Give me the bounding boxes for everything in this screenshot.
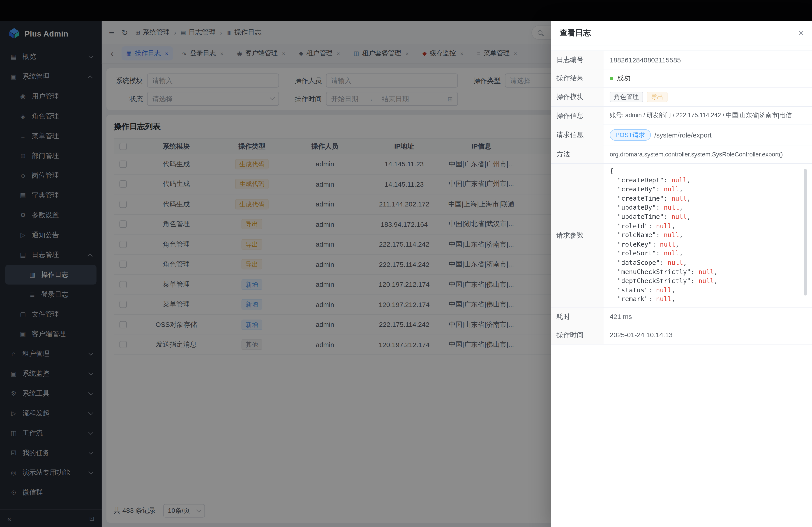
- json-line: "createTime": null,: [610, 194, 807, 204]
- info-text: 账号: admin / 研发部门 / 222.175.114.242 / 中国|…: [610, 111, 792, 120]
- json-null-value: null: [668, 259, 683, 266]
- result-text: 成功: [617, 74, 630, 83]
- json-key: "updateBy": [610, 204, 656, 211]
- json-null-value: null: [698, 277, 714, 284]
- log-id-value: 1882612840802115585: [603, 51, 812, 69]
- json-line: "remark": null,: [610, 295, 807, 304]
- json-null-value: null: [656, 286, 671, 294]
- json-null-value: null: [660, 241, 675, 248]
- duration-value: 421 ms: [603, 308, 812, 326]
- json-line: "deptCheckStrictly": null,: [610, 277, 807, 286]
- drawer-row-method: 方法 org.dromara.system.controller.system.…: [551, 146, 812, 164]
- json-null-value: null: [698, 268, 714, 275]
- json-null-value: null: [671, 177, 687, 184]
- json-line: "roleSort": null,: [610, 249, 807, 258]
- json-line: "menuCheckStrictly": null,: [610, 268, 807, 277]
- params-scrollbar[interactable]: [804, 169, 807, 295]
- params-code-block: { "createDept": null, "createBy": null, …: [610, 167, 807, 304]
- json-null-value: null: [664, 186, 679, 193]
- json-null-value: null: [671, 195, 687, 202]
- drawer-row-info: 操作信息 账号: admin / 研发部门 / 222.175.114.242 …: [551, 107, 812, 125]
- json-line: "roleName": null,: [610, 231, 807, 240]
- method-text: org.dromara.system.controller.system.Sys…: [610, 151, 783, 158]
- json-line: "dataScope": null,: [610, 258, 807, 268]
- json-key: "updateTime": [610, 213, 664, 221]
- module-value: 角色管理 导出: [603, 88, 812, 106]
- time-label: 操作时间: [551, 326, 603, 344]
- json-key: "roleName": [610, 231, 656, 239]
- params-label: 请求参数: [551, 164, 603, 307]
- json-key: "roleKey": [610, 241, 652, 248]
- module-label: 操作模块: [551, 88, 603, 106]
- json-null-value: null: [664, 204, 679, 211]
- request-url: /system/role/export: [654, 131, 712, 139]
- json-null-value: null: [656, 296, 671, 303]
- method-label: 方法: [551, 146, 603, 163]
- view-log-drawer: 查看日志 × 日志编号 1882612840802115585 操作结果 成功 …: [551, 21, 812, 527]
- drawer-row-params: 请求参数 { "createDept": null, "createBy": n…: [551, 164, 812, 308]
- success-dot-icon: [610, 76, 613, 80]
- result-label: 操作结果: [551, 70, 603, 87]
- json-key: "createDept": [610, 177, 664, 184]
- drawer-row-request: 请求信息 POST请求 /system/role/export: [551, 125, 812, 146]
- json-key: "dataScope": [610, 259, 660, 266]
- screen: Plus Admin ▦概览▣系统管理◉用户管理◈角色管理≡菜单管理⊞部门管理◇…: [0, 0, 812, 527]
- log-id-label: 日志编号: [551, 51, 603, 69]
- drawer-row-log-id: 日志编号 1882612840802115585: [551, 51, 812, 70]
- json-key: "menuCheckStrictly": [610, 268, 691, 275]
- post-request-tag: POST请求: [610, 129, 651, 141]
- close-icon[interactable]: ×: [798, 28, 804, 37]
- json-null-value: null: [671, 213, 687, 221]
- drawer-body: 日志编号 1882612840802115585 操作结果 成功 操作模块 角色…: [551, 45, 812, 527]
- module-action-tag: 导出: [647, 92, 667, 102]
- json-key: "status": [610, 286, 648, 294]
- drawer-row-module: 操作模块 角色管理 导出: [551, 88, 812, 107]
- json-line: "roleKey": null,: [610, 240, 807, 249]
- drawer-row-result: 操作结果 成功: [551, 70, 812, 88]
- request-label: 请求信息: [551, 125, 603, 145]
- json-null-value: null: [664, 250, 679, 257]
- drawer-row-duration: 耗时 421 ms: [551, 308, 812, 326]
- module-tag: 角色管理: [610, 92, 643, 102]
- json-line: "createDept": null,: [610, 176, 807, 185]
- drawer-header: 查看日志 ×: [551, 21, 812, 45]
- json-line: "status": null,: [610, 286, 807, 295]
- json-line: "updateTime": null,: [610, 213, 807, 222]
- json-null-value: null: [656, 222, 671, 229]
- params-value: { "createDept": null, "createBy": null, …: [603, 164, 812, 307]
- info-label: 操作信息: [551, 107, 603, 125]
- drawer-row-time: 操作时间 2025-01-24 10:14:13: [551, 326, 812, 344]
- json-line: "roleId": null,: [610, 222, 807, 231]
- json-line: "updateBy": null,: [610, 204, 807, 213]
- log-detail-table: 日志编号 1882612840802115585 操作结果 成功 操作模块 角色…: [551, 50, 812, 344]
- info-value: 账号: admin / 研发部门 / 222.175.114.242 / 中国|…: [603, 107, 812, 125]
- duration-label: 耗时: [551, 308, 603, 326]
- json-line: {: [610, 167, 807, 176]
- json-key: "createBy": [610, 186, 656, 193]
- json-key: "remark": [610, 296, 648, 303]
- json-key: "roleSort": [610, 250, 656, 257]
- params-json: { "createDept": null, "createBy": null, …: [610, 167, 807, 304]
- method-value: org.dromara.system.controller.system.Sys…: [603, 146, 812, 163]
- json-key: "roleId": [610, 222, 648, 229]
- json-null-value: null: [664, 231, 679, 239]
- json-key: "createTime": [610, 195, 664, 202]
- time-value: 2025-01-24 10:14:13: [603, 326, 812, 344]
- drawer-title: 查看日志: [560, 28, 591, 38]
- json-key: "deptCheckStrictly": [610, 277, 691, 284]
- request-value: POST请求 /system/role/export: [603, 125, 812, 145]
- json-line: "createBy": null,: [610, 185, 807, 194]
- result-value: 成功: [603, 70, 812, 87]
